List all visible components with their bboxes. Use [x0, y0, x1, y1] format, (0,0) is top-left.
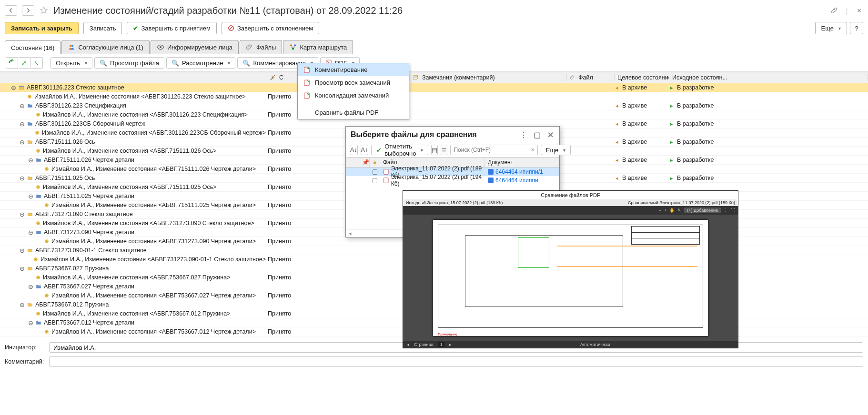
- table-row[interactable]: Измайлов И.А., Изменение состояния <АБВГ…: [0, 110, 868, 119]
- comment-field[interactable]: [49, 356, 863, 367]
- row-label: АБВГ.301126.223 Стекло защитное: [27, 84, 124, 91]
- pdfcmp-tool-max[interactable]: ⛶: [731, 208, 735, 213]
- expander-icon[interactable]: ⊖: [19, 247, 25, 254]
- expander-icon[interactable]: ⊖: [28, 193, 33, 200]
- save-button[interactable]: Записать: [83, 22, 122, 34]
- expander-icon[interactable]: ⊖: [28, 229, 33, 236]
- svg-rect-6: [294, 45, 296, 46]
- compare-dialog-title: Выберите файлы для сравнения: [351, 130, 477, 139]
- col-source-state[interactable]: Исходное состоян...: [669, 74, 868, 81]
- pdfcmp-tool-zoom-in[interactable]: +: [664, 208, 666, 213]
- expander-icon[interactable]: ⊖: [19, 120, 25, 128]
- favorite-icon[interactable]: [39, 6, 49, 15]
- menu-consolidate[interactable]: Консолидация замечаний: [298, 89, 409, 102]
- expander-icon[interactable]: ⊖: [28, 157, 33, 164]
- forward-button[interactable]: [22, 5, 34, 16]
- svg-rect-10: [20, 86, 24, 87]
- review-button[interactable]: 🔍Рассмотрение: [166, 57, 235, 69]
- expander-icon[interactable]: ⊖: [28, 319, 33, 326]
- cell-target-state: ◂ В архиве: [615, 120, 669, 127]
- open-button[interactable]: Открыть: [50, 57, 92, 69]
- pdfcmp-add-button[interactable]: (+) Добавление: [684, 208, 721, 213]
- dlg-detach-icon[interactable]: ▢: [533, 130, 541, 139]
- approve-button[interactable]: ✔Завершить с принятием: [127, 22, 217, 34]
- refresh-group: ⤢ ⤡: [6, 57, 43, 69]
- col-file[interactable]: Файл: [567, 74, 615, 81]
- preview-button[interactable]: 🔍Просмотр файла: [94, 57, 164, 69]
- dlg-search[interactable]: ×: [450, 145, 537, 155]
- dlg-sort-desc[interactable]: A↑: [361, 145, 369, 155]
- pdfcmp-prev-page[interactable]: ◂: [407, 342, 409, 347]
- tab-files[interactable]: Файлы: [240, 40, 282, 54]
- expander-icon[interactable]: ⊖: [19, 211, 25, 218]
- pdfcmp-zoom-mode[interactable]: Автоматически: [580, 342, 610, 347]
- cell-status: Принято: [267, 310, 410, 317]
- help-button[interactable]: ?: [850, 22, 863, 34]
- pdfcmp-tool-hand[interactable]: ✋: [669, 208, 675, 213]
- expander-icon[interactable]: ⊖: [19, 175, 25, 182]
- eye-icon: [157, 43, 164, 51]
- dlg-row-filename: Электрика_15.07.2022 (2).pdf (194 Кб): [380, 174, 485, 187]
- dlg-scroll-left[interactable]: ◂: [349, 230, 352, 237]
- save-close-button[interactable]: Записать и закрыть: [5, 22, 79, 34]
- col-target-state[interactable]: Целевое состояние: [615, 74, 669, 81]
- cell-source-state: ▸ В разработке: [669, 157, 868, 163]
- dlg-row-check[interactable]: [370, 178, 380, 183]
- menu-compare-pdf[interactable]: Сравнить файлы PDF: [298, 106, 409, 119]
- dlg-more-icon[interactable]: ⋮: [519, 130, 528, 139]
- tab-informed[interactable]: Информируемые лица: [151, 40, 239, 54]
- pdfcmp-next-page[interactable]: ▸: [449, 342, 452, 347]
- menu-commenting[interactable]: Комментирование: [298, 63, 409, 76]
- pdf-consolidate-icon: [303, 92, 310, 99]
- pdfcmp-tool-more[interactable]: ⋮: [724, 208, 728, 213]
- dlg-tree-view[interactable]: ☰: [441, 145, 447, 155]
- dlg-col-lock[interactable]: [370, 158, 380, 167]
- reject-button[interactable]: Завершить с отклонением: [222, 22, 319, 34]
- pdfcmp-tool-pen[interactable]: ✎: [677, 208, 681, 213]
- table-row[interactable]: ⊖АБВГ.301126.223 Спецификация◂ В архиве▸…: [0, 101, 868, 110]
- pdfcmp-page-num[interactable]: 1: [438, 342, 444, 347]
- close-icon[interactable]: ✕: [855, 6, 863, 15]
- dlg-more-button[interactable]: Еще: [541, 145, 571, 155]
- dlg-col-check[interactable]: [346, 158, 359, 167]
- dlg-col-doc[interactable]: Документ: [485, 158, 559, 167]
- expander-icon[interactable]: ⊖: [19, 138, 25, 146]
- col-remarks[interactable]: Замечания (комментарий): [410, 74, 567, 81]
- tree-collapse-button[interactable]: ⤡: [30, 57, 43, 69]
- link-icon[interactable]: [830, 6, 838, 15]
- pdfcmp-orange-line2: [557, 266, 697, 267]
- expander-icon[interactable]: ⊖: [28, 283, 33, 290]
- expander-icon[interactable]: ⊖: [19, 265, 25, 272]
- svg-point-20: [46, 168, 48, 170]
- tree-expand-button[interactable]: ⤢: [18, 57, 30, 69]
- comment-input[interactable]: [52, 358, 860, 366]
- dlg-col-pin[interactable]: 📌: [359, 158, 370, 167]
- back-button[interactable]: [5, 5, 17, 16]
- menu-view-all-remarks[interactable]: Просмотр всех замечаний: [298, 76, 409, 89]
- row-label: Измайлов И.А., Изменение состояния <АБВГ…: [51, 202, 256, 208]
- dlg-card-view[interactable]: ▤: [431, 145, 438, 155]
- dlg-search-clear[interactable]: ×: [528, 147, 537, 153]
- row-label: АБВГ.731273.090 Стекло защитное: [35, 211, 133, 217]
- tab-route[interactable]: Карта маршрута: [283, 40, 353, 54]
- dlg-close-icon[interactable]: ✕: [546, 130, 555, 139]
- tab-approvers[interactable]: Согласующие лица (1): [61, 40, 149, 54]
- table-row[interactable]: Измайлов И.А., Изменение состояния <АБВГ…: [0, 92, 868, 101]
- dlg-row[interactable]: Электрика_15.07.2022 (2).pdf (194 Кб) 64…: [346, 176, 559, 185]
- tab-states[interactable]: Состояния (16): [5, 40, 61, 54]
- expander-icon[interactable]: ⊖: [10, 84, 16, 91]
- expander-icon[interactable]: ⊖: [19, 102, 25, 109]
- dlg-search-input[interactable]: [451, 147, 528, 153]
- pdfcmp-tool-zoom-out[interactable]: −: [659, 208, 661, 213]
- dlg-mark-selective[interactable]: ✔Отметить выборочно: [371, 145, 428, 155]
- dlg-row-document[interactable]: 6464464 ипиппи/1: [485, 168, 559, 175]
- dlg-sort-asc[interactable]: A↓: [350, 145, 358, 155]
- more-vert-icon[interactable]: ⋮: [842, 6, 851, 15]
- expander-icon[interactable]: ⊖: [19, 301, 25, 308]
- dlg-row-check[interactable]: [370, 169, 380, 175]
- dlg-row-document[interactable]: 6464464 ипиппи: [485, 177, 559, 184]
- more-button[interactable]: Еще: [815, 22, 847, 34]
- refresh-button[interactable]: [6, 57, 18, 69]
- pdfcmp-page-label: Страница: [414, 342, 434, 347]
- table-row[interactable]: ⊖АБВГ.301126.223 Стекло защитное◂ В архи…: [0, 83, 868, 92]
